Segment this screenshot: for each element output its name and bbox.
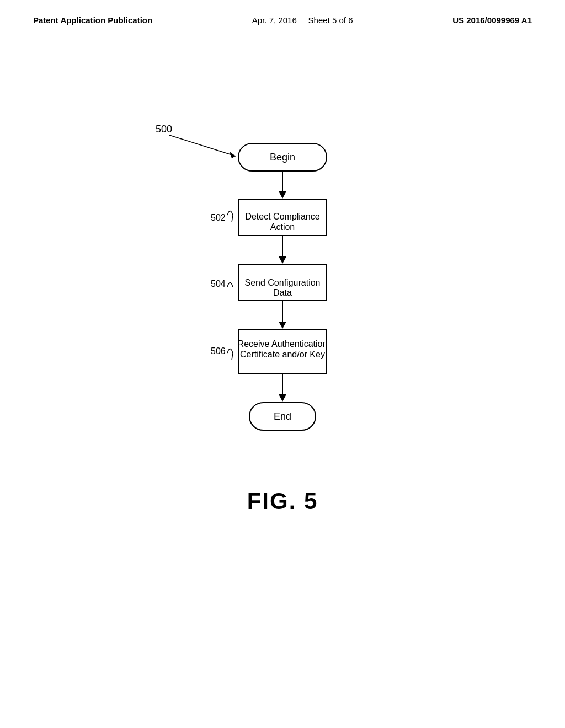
begin-label: Begin <box>270 152 295 163</box>
step502-label-line1: Detect Compliance <box>245 212 319 221</box>
arrowhead-506-to-end <box>279 394 286 402</box>
step504-label-line2: Data <box>273 288 292 297</box>
header-date-sheet: Apr. 7, 2016 Sheet 5 of 6 <box>252 15 353 25</box>
end-label: End <box>274 411 291 422</box>
diagram-number-arrowhead <box>230 152 236 158</box>
step506-symbol <box>227 349 233 354</box>
step504-number: 504 <box>211 279 226 288</box>
flowchart-svg: 500 Begin 502 Detect Compliance Action 5… <box>139 91 426 521</box>
arrowhead-504-to-506 <box>279 322 286 329</box>
step502-number: 502 <box>211 213 226 222</box>
step504-symbol <box>227 283 233 287</box>
step502-symbol <box>227 211 233 216</box>
header-patent-number: US 2016/0099969 A1 <box>452 15 532 25</box>
step506-label-line2: Certificate and/or Key <box>240 350 325 359</box>
step506-symbol-line <box>232 353 233 360</box>
header-sheet: Sheet 5 of 6 <box>308 15 353 25</box>
step506-label-line1: Receive Authentication <box>238 339 328 349</box>
diagram-number-arrow <box>169 135 236 156</box>
header-date: Apr. 7, 2016 <box>252 15 297 25</box>
diagram-number: 500 <box>156 124 172 135</box>
arrowhead-502-to-504 <box>279 256 286 264</box>
step506-number: 506 <box>211 346 226 356</box>
arrowhead-begin-to-502 <box>279 191 286 199</box>
page-header: Patent Application Publication Apr. 7, 2… <box>0 0 565 25</box>
step502-label-line2: Action <box>270 222 295 232</box>
header-publication-label: Patent Application Publication <box>33 15 152 25</box>
step504-label-line1: Send Configuration <box>245 278 321 287</box>
step502-symbol-line <box>232 215 233 222</box>
diagram-area: 500 Begin 502 Detect Compliance Action 5… <box>0 91 565 560</box>
